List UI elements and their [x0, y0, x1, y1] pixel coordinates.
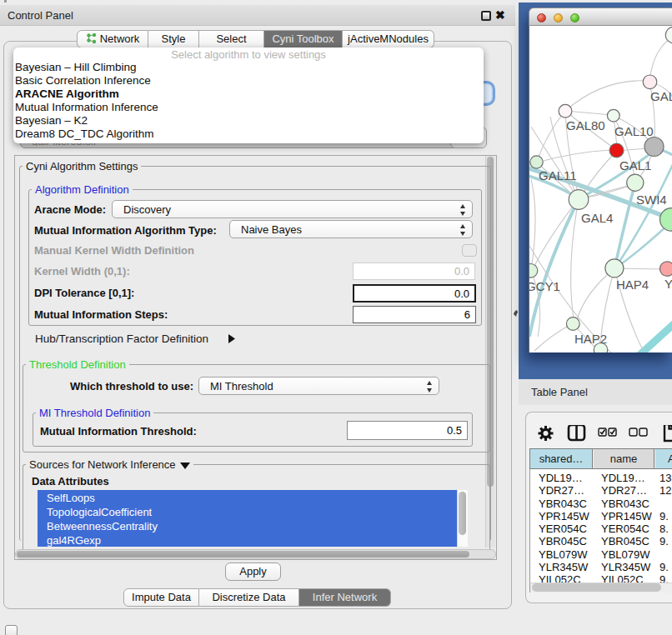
- svg-text:HAP2: HAP2: [574, 332, 607, 346]
- svg-text:GAL2: GAL2: [650, 89, 672, 103]
- svg-text:GAL11: GAL11: [539, 168, 577, 182]
- svg-text:GCY1: GCY1: [529, 279, 560, 293]
- svg-text:GAL1: GAL1: [619, 158, 651, 172]
- svg-text:HAP4: HAP4: [616, 278, 649, 292]
- svg-text:GAL10: GAL10: [614, 124, 654, 138]
- svg-text:GAL4: GAL4: [581, 211, 613, 225]
- svg-text:SWI4: SWI4: [636, 192, 667, 207]
- svg-text:GAL80: GAL80: [566, 118, 605, 132]
- svg-text:Y: Y: [664, 277, 672, 291]
